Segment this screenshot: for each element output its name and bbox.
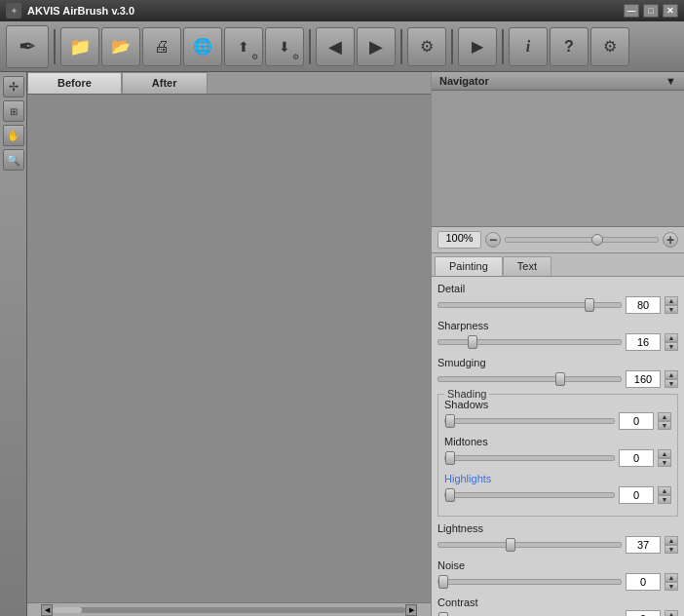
noise-down[interactable]: ▼ xyxy=(665,582,678,591)
separator-4 xyxy=(451,29,453,64)
highlights-down[interactable]: ▼ xyxy=(658,495,671,504)
zoom-slider-thumb[interactable] xyxy=(591,234,603,246)
detail-slider[interactable] xyxy=(437,302,622,308)
smudging-slider[interactable] xyxy=(437,376,622,382)
noise-up[interactable]: ▲ xyxy=(665,573,678,582)
midtones-slider[interactable] xyxy=(444,455,615,461)
midtones-param: Midtones 0 ▲ ▼ xyxy=(444,436,671,467)
noise-slider[interactable] xyxy=(437,579,622,585)
shadows-slider[interactable] xyxy=(444,418,615,424)
lightness-slider[interactable] xyxy=(437,542,622,548)
contrast-up[interactable]: ▲ xyxy=(665,610,678,616)
shadows-spinner: ▲ ▼ xyxy=(658,412,671,430)
canvas-tabs: Before After xyxy=(27,72,431,95)
hand-tool-button[interactable]: ✋ xyxy=(3,125,24,146)
tab-after[interactable]: After xyxy=(122,72,208,94)
detail-down[interactable]: ▼ xyxy=(665,305,678,314)
separator-5 xyxy=(502,29,504,64)
sharpness-control: 16 ▲ ▼ xyxy=(437,333,678,351)
download-button[interactable]: ⬇⚙ xyxy=(265,27,304,66)
smudging-up[interactable]: ▲ xyxy=(665,370,678,379)
forward-button[interactable]: ▶ xyxy=(357,27,396,66)
sharpness-value: 16 xyxy=(626,333,661,351)
help-button[interactable]: ? xyxy=(550,27,589,66)
info-button[interactable]: i xyxy=(509,27,548,66)
highlights-slider[interactable] xyxy=(444,492,615,498)
smudging-down[interactable]: ▼ xyxy=(665,379,678,388)
shading-group: Shading Shadows 0 ▲ ▼ xyxy=(437,394,678,517)
horizontal-scrollbar[interactable]: ◀ ▶ xyxy=(27,602,431,616)
midtones-control: 0 ▲ ▼ xyxy=(444,449,671,467)
scroll-track-h[interactable] xyxy=(53,607,405,613)
sharpness-param: Sharpness 16 ▲ ▼ xyxy=(437,320,678,351)
highlights-param: Highlights 0 ▲ ▼ xyxy=(444,473,671,504)
smudging-control: 160 ▲ ▼ xyxy=(437,370,678,388)
title-text: AKVIS AirBrush v.3.0 xyxy=(27,5,134,17)
sharpness-slider[interactable] xyxy=(437,339,622,345)
main-area: ✢ ⊞ ✋ 🔍 Before After ◀ ▶ Navigator ▼ xyxy=(0,72,684,616)
shadows-thumb[interactable] xyxy=(445,414,455,428)
minimize-button[interactable]: — xyxy=(624,4,639,18)
detail-thumb[interactable] xyxy=(585,298,594,312)
titlebar: ✦ AKVIS AirBrush v.3.0 — □ ✕ xyxy=(0,0,684,21)
navigator-dropdown-icon[interactable]: ▼ xyxy=(665,75,676,87)
close-button[interactable]: ✕ xyxy=(663,4,678,18)
tab-painting[interactable]: Painting xyxy=(435,256,503,276)
tab-text[interactable]: Text xyxy=(503,256,551,276)
highlights-up[interactable]: ▲ xyxy=(658,486,671,495)
cursor-tool-button[interactable]: ✢ xyxy=(3,76,24,97)
settings-tabs: Painting Text xyxy=(432,253,684,277)
open-file-button[interactable]: 📂 xyxy=(101,27,140,66)
back-button[interactable]: ◀ xyxy=(316,27,355,66)
separator-2 xyxy=(309,29,311,64)
midtones-up[interactable]: ▲ xyxy=(658,449,671,458)
detail-param: Detail 80 ▲ ▼ xyxy=(437,283,678,314)
preferences-button[interactable]: ⚙ xyxy=(590,27,629,66)
contrast-label: Contrast xyxy=(437,597,678,608)
web-button[interactable]: 🌐 xyxy=(183,27,222,66)
sharpness-label: Sharpness xyxy=(437,320,678,331)
shadows-label: Shadows xyxy=(444,399,671,410)
play-button[interactable]: ▶ xyxy=(458,27,497,66)
zoom-slider-track[interactable] xyxy=(505,237,659,243)
midtones-down[interactable]: ▼ xyxy=(658,458,671,467)
detail-up[interactable]: ▲ xyxy=(665,296,678,305)
highlights-thumb[interactable] xyxy=(445,488,455,502)
noise-param: Noise 0 ▲ ▼ xyxy=(437,559,678,591)
upload-button[interactable]: ⬆⚙ xyxy=(224,27,263,66)
run-button[interactable]: ⚙ xyxy=(407,27,446,66)
zoom-value-input[interactable]: 100% xyxy=(437,231,481,249)
scroll-thumb-h[interactable] xyxy=(53,607,82,613)
noise-thumb[interactable] xyxy=(438,575,448,589)
sharpness-down[interactable]: ▼ xyxy=(665,342,678,351)
print-button[interactable]: 🖨 xyxy=(142,27,181,66)
midtones-value: 0 xyxy=(619,449,654,467)
navigator-title: Navigator xyxy=(439,75,489,87)
lightness-up[interactable]: ▲ xyxy=(665,536,678,545)
tab-before[interactable]: Before xyxy=(27,72,122,94)
zoom-tool-button[interactable]: 🔍 xyxy=(3,149,24,171)
highlights-spinner: ▲ ▼ xyxy=(658,486,671,504)
zoom-plus-button[interactable]: + xyxy=(663,232,678,248)
lightness-down[interactable]: ▼ xyxy=(665,545,678,554)
right-panel: Navigator ▼ 100% − + Painting Text Detai… xyxy=(431,72,684,616)
noise-value: 0 xyxy=(626,573,661,591)
lightness-thumb[interactable] xyxy=(506,538,515,552)
sharpness-up[interactable]: ▲ xyxy=(665,333,678,342)
airbrush-tool-icon[interactable]: ✒ xyxy=(6,25,49,68)
shadows-up[interactable]: ▲ xyxy=(658,412,671,421)
navigator-header: Navigator ▼ xyxy=(432,72,684,91)
smudging-thumb[interactable] xyxy=(555,372,565,386)
midtones-thumb[interactable] xyxy=(445,451,455,465)
shadows-param: Shadows 0 ▲ ▼ xyxy=(444,399,671,430)
smudging-spinner: ▲ ▼ xyxy=(665,370,678,388)
zoom-minus-button[interactable]: − xyxy=(485,232,501,248)
open-folder-button[interactable]: 📁 xyxy=(60,27,99,66)
maximize-button[interactable]: □ xyxy=(643,4,659,18)
contrast-thumb[interactable] xyxy=(438,612,448,616)
crop-tool-button[interactable]: ⊞ xyxy=(3,100,24,122)
shadows-down[interactable]: ▼ xyxy=(658,421,671,430)
sharpness-thumb[interactable] xyxy=(468,335,477,349)
scroll-left-arrow[interactable]: ◀ xyxy=(41,604,53,616)
scroll-right-arrow[interactable]: ▶ xyxy=(405,604,417,616)
